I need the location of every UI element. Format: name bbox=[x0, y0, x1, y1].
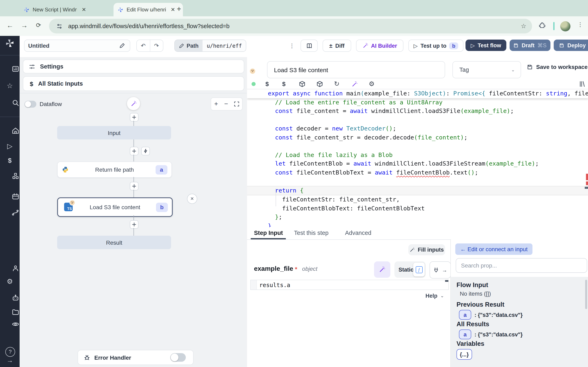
settings-gear-icon[interactable]: ⚙ bbox=[0, 277, 20, 286]
code-line: let fileContentBlob = await windmillClie… bbox=[247, 159, 588, 168]
scrollbar-thumb[interactable] bbox=[585, 187, 588, 189]
windmill-favicon bbox=[24, 7, 29, 12]
add-step-button[interactable] bbox=[130, 220, 138, 229]
reset-icon[interactable]: ↻ bbox=[334, 80, 339, 88]
package-icon[interactable] bbox=[316, 81, 323, 87]
code-line: const file_content = await windmillClien… bbox=[247, 107, 588, 116]
ai-wand-icon[interactable] bbox=[352, 81, 358, 87]
tag-select[interactable]: Tag ⌄ bbox=[452, 61, 521, 78]
test-up-to-step-badge: b bbox=[449, 42, 458, 49]
tab-test-this-step[interactable]: Test this step bbox=[294, 230, 329, 236]
step-title-input[interactable]: Load S3 file content bbox=[267, 61, 445, 78]
favorites-star-icon[interactable]: ☆ bbox=[0, 82, 20, 90]
edit-pencil-icon[interactable] bbox=[119, 43, 125, 49]
flow-ai-button[interactable] bbox=[127, 97, 140, 110]
flow-step-a-node[interactable]: Return file path a bbox=[57, 161, 172, 178]
browser-tab-active[interactable]: Edit Flow u/henri/effortless_fl ✕ bbox=[113, 3, 183, 16]
ai-builder-button[interactable]: AI Builder bbox=[356, 40, 403, 52]
docs-button[interactable] bbox=[301, 40, 318, 52]
fill-inputs-button[interactable]: Fill inputs bbox=[408, 244, 445, 255]
new-tab-button[interactable]: + bbox=[177, 5, 181, 13]
previous-result-value: : {"s3":"data.csv"} bbox=[475, 312, 523, 318]
connect-input-group[interactable]: → bbox=[430, 261, 451, 278]
redo-button[interactable]: ↷ bbox=[150, 42, 163, 49]
tab-close-icon[interactable]: ✕ bbox=[171, 7, 175, 13]
add-step-button[interactable] bbox=[130, 113, 138, 122]
path-button[interactable]: Path u/henri/eff bbox=[174, 40, 246, 52]
flow-step-b-node-selected[interactable]: TSツ Load S3 file content b bbox=[57, 197, 173, 217]
variables-icon[interactable]: $ bbox=[0, 157, 20, 164]
deploy-button[interactable]: Deploy bbox=[554, 40, 588, 51]
undo-button[interactable]: ↶ bbox=[137, 42, 150, 49]
library-panel-icon[interactable] bbox=[579, 81, 586, 87]
remove-step-button[interactable]: ✕ bbox=[187, 194, 197, 204]
address-bar[interactable]: app.windmill.dev/flows/edit/u/henri/effo… bbox=[49, 19, 532, 33]
fit-view-icon[interactable] bbox=[233, 101, 240, 107]
all-results-row[interactable]: a : {"s3":"data.csv"} bbox=[459, 329, 523, 339]
undo-redo-group: ↶ ↷ bbox=[136, 40, 163, 52]
browser-menu-icon[interactable]: ⋮ bbox=[577, 21, 583, 34]
site-settings-icon[interactable] bbox=[56, 23, 62, 29]
javascript-mode-button[interactable]: f bbox=[413, 263, 425, 276]
tab-step-input[interactable]: Step Input bbox=[254, 230, 283, 236]
add-step-button[interactable] bbox=[130, 147, 138, 155]
tag-select-value: Tag bbox=[459, 67, 469, 73]
zoom-out-button[interactable]: − bbox=[221, 100, 231, 108]
dataflow-toggle[interactable] bbox=[25, 101, 36, 108]
package-icon[interactable] bbox=[299, 81, 305, 87]
help-icon[interactable]: ? bbox=[5, 347, 15, 357]
flow-input-node[interactable]: Input bbox=[57, 126, 171, 140]
code-editor[interactable]: export async function main(example_file:… bbox=[247, 89, 588, 227]
add-step-button[interactable] bbox=[130, 182, 138, 191]
variables-badge[interactable]: {...} bbox=[457, 349, 472, 360]
previous-result-badge[interactable]: a bbox=[459, 310, 471, 320]
browser-tab-inactive[interactable]: New Script | Windmill ✕ bbox=[20, 3, 93, 16]
result-node-label: Result bbox=[106, 239, 122, 246]
edit-or-connect-button[interactable]: ← Edit or connect an input bbox=[455, 243, 532, 255]
add-resource-dollar-icon[interactable]: $ bbox=[282, 80, 286, 87]
lightning-icon bbox=[143, 149, 148, 153]
error-handler-label: Error Handler bbox=[94, 354, 131, 361]
tab-advanced[interactable]: Advanced bbox=[345, 230, 371, 236]
draft-button[interactable]: Draft ⌘S bbox=[510, 40, 550, 51]
flow-name-field[interactable]: Untitled bbox=[24, 40, 130, 52]
add-trigger-button[interactable] bbox=[141, 147, 150, 155]
extensions-icon[interactable] bbox=[538, 21, 546, 29]
flow-settings-button[interactable]: Settings bbox=[23, 59, 244, 73]
code-line bbox=[247, 116, 588, 124]
search-prop-input[interactable]: Search prop... bbox=[456, 258, 587, 273]
back-button[interactable]: ← bbox=[7, 22, 13, 30]
collapse-arrow-icon[interactable]: → bbox=[0, 357, 20, 364]
input-ai-button[interactable] bbox=[374, 261, 390, 278]
all-static-inputs-button[interactable]: $ All Static Inputs bbox=[23, 76, 244, 91]
error-handler-card[interactable]: Error Handler bbox=[78, 350, 194, 365]
all-results-badge[interactable]: a bbox=[459, 329, 471, 339]
save-to-workspace-button[interactable]: Save to workspace bbox=[527, 64, 588, 70]
forward-button[interactable]: → bbox=[21, 22, 28, 30]
help-toggle[interactable]: Help ⌄ bbox=[425, 293, 444, 299]
panel-scrollbar[interactable] bbox=[585, 280, 587, 309]
flow-result-node[interactable]: Result bbox=[57, 236, 171, 249]
tab-title: New Script | Windmill bbox=[33, 7, 77, 13]
editor-settings-gear-icon[interactable]: ⚙ bbox=[369, 80, 375, 88]
test-up-to-button[interactable]: ▷ Test up to b bbox=[408, 40, 463, 52]
profile-avatar[interactable] bbox=[560, 21, 571, 31]
expression-input[interactable]: results.a bbox=[250, 280, 449, 290]
reload-button[interactable]: ⟳ bbox=[36, 22, 41, 29]
wand-icon bbox=[379, 266, 385, 273]
more-options-icon[interactable]: ⋮ bbox=[289, 42, 295, 49]
static-toggle-group[interactable]: Static f bbox=[394, 261, 425, 278]
diff-button[interactable]: ± Diff bbox=[323, 40, 351, 52]
flow-name-text: Untitled bbox=[28, 42, 49, 49]
runs-icon[interactable]: ▷ bbox=[0, 142, 20, 150]
emoji-face-icon: ツ bbox=[250, 68, 256, 74]
error-handler-toggle[interactable] bbox=[170, 353, 186, 362]
bookmark-star-icon[interactable]: ☆ bbox=[521, 22, 526, 30]
tab-close-icon[interactable]: ✕ bbox=[82, 7, 86, 13]
add-variable-icon[interactable]: $ bbox=[265, 80, 269, 87]
previous-result-row[interactable]: a : {"s3":"data.csv"} bbox=[459, 310, 523, 320]
zoom-in-button[interactable]: + bbox=[211, 100, 221, 108]
windmill-logo[interactable] bbox=[5, 38, 15, 48]
test-flow-button[interactable]: ▷ Test flow bbox=[466, 40, 506, 51]
step-b-label: Load S3 file content bbox=[90, 204, 140, 210]
